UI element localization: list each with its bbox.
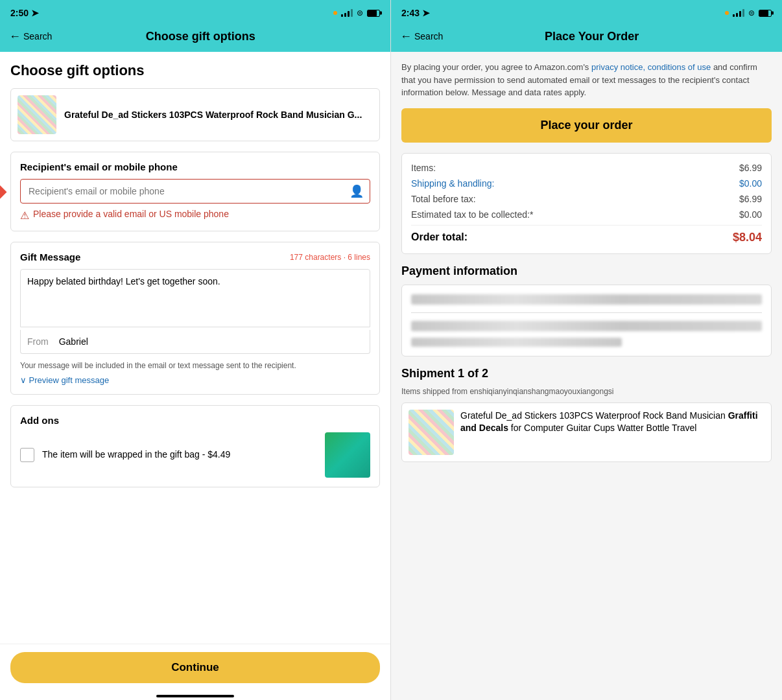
- recipient-label: Recipient's email or mobile phone: [20, 161, 370, 172]
- arrow-container: ➔ 👤: [20, 179, 370, 204]
- phone-right: 2:43 ➤ ⊜ ← Search Place Your Order: [391, 0, 782, 700]
- message-note: Your message will be included in the ema…: [20, 360, 370, 371]
- order-total-value: $8.04: [733, 231, 762, 244]
- battery-icon-right: [759, 10, 772, 17]
- shipping-value: $0.00: [739, 178, 762, 189]
- addon-checkbox[interactable]: [20, 448, 34, 462]
- page-heading: Choose gift options: [10, 62, 380, 79]
- left-scroll-content[interactable]: Choose gift options Grateful De_ad Stick…: [0, 52, 390, 644]
- input-wrapper: 👤: [20, 179, 370, 204]
- order-total-row: Order total: $8.04: [411, 231, 762, 244]
- battery-icon: [367, 10, 380, 17]
- status-bar-right: 2:43 ➤ ⊜: [391, 0, 782, 23]
- shipping-label: Shipping & handling:: [411, 178, 494, 189]
- tax-before-label: Total before tax:: [411, 194, 476, 204]
- nav-bar-left: ← Search Choose gift options: [0, 23, 390, 52]
- payment-heading: Payment information: [401, 264, 772, 278]
- tax-before-value: $6.99: [739, 194, 762, 204]
- status-icons-left: ⊜: [333, 8, 380, 18]
- shipment-section: Shipment 1 of 2 Items shipped from enshi…: [401, 367, 772, 462]
- signal-bars: [341, 9, 353, 17]
- gift-message-section: Gift Message 177 characters · 6 lines Fr…: [10, 242, 380, 395]
- person-search-icon: 👤: [350, 184, 364, 198]
- order-summary-card: Items: $6.99 Shipping & handling: $0.00 …: [401, 153, 772, 254]
- time-left: 2:50 ➤: [10, 8, 39, 18]
- status-icons-right: ⊜: [725, 8, 772, 18]
- nav-bar-right: ← Search Place Your Order: [391, 23, 782, 52]
- nav-title-left: Choose gift options: [19, 30, 381, 43]
- est-tax-label: Estimated tax to be collected:*: [411, 209, 533, 220]
- payment-blur-1: [411, 294, 762, 305]
- privacy-notice-link[interactable]: privacy notice,: [591, 62, 645, 72]
- tax-before-row: Total before tax: $6.99: [411, 194, 762, 204]
- continue-button[interactable]: Continue: [10, 652, 380, 683]
- addons-heading: Add ons: [20, 415, 370, 426]
- nav-title-right: Place Your Order: [410, 30, 773, 43]
- gift-message-label: Gift Message: [20, 251, 80, 262]
- signal-bars-right: [733, 9, 744, 17]
- error-icon: ⚠: [20, 209, 29, 222]
- error-message: ⚠ Please provide a valid email or US mob…: [20, 209, 370, 222]
- shipment-product-title: Grateful De_ad Stickers 103PCS Waterproo…: [460, 410, 764, 435]
- gift-section-header: Gift Message 177 characters · 6 lines: [20, 251, 370, 262]
- back-arrow-icon-right: ←: [400, 30, 412, 43]
- product-image: [18, 95, 56, 134]
- addon-text: The item will be wrapped in the gift bag…: [42, 449, 317, 461]
- shipment-product-image: [409, 410, 454, 455]
- est-tax-row: Estimated tax to be collected:* $0.00: [411, 209, 762, 220]
- summary-divider: [411, 225, 762, 226]
- order-total-label: Order total:: [411, 231, 468, 243]
- addon-item: The item will be wrapped in the gift bag…: [20, 432, 370, 478]
- payment-blur-2: [411, 321, 762, 331]
- shipping-row: Shipping & handling: $0.00: [411, 178, 762, 189]
- back-arrow-icon: ←: [9, 30, 21, 43]
- addons-section: Add ons The item will be wrapped in the …: [10, 405, 380, 487]
- payment-divider: [411, 312, 762, 313]
- signal-dot-right: [725, 11, 729, 15]
- error-text: Please provide a valid email or US mobil…: [33, 209, 229, 219]
- home-indicator-bar-left: [156, 695, 234, 697]
- product-title: Grateful De_ad Stickers 103PCS Waterproo…: [64, 109, 362, 121]
- from-value: Gabriel: [59, 336, 88, 347]
- addon-image: [325, 432, 370, 478]
- items-value: $6.99: [739, 163, 762, 173]
- recipient-section: Recipient's email or mobile phone ➔ 👤 ⚠ …: [10, 152, 380, 231]
- preview-gift-message-link[interactable]: ∨ Preview gift message: [20, 375, 370, 385]
- char-count: 177 characters · 6 lines: [290, 253, 370, 262]
- place-order-button[interactable]: Place your order: [401, 108, 772, 143]
- right-scroll-content[interactable]: By placing your order, you agree to Amaz…: [391, 52, 782, 700]
- phone-left: 2:50 ➤ ⊜ ← Search Choose gift options: [0, 0, 391, 700]
- status-bar-left: 2:50 ➤ ⊜: [0, 0, 390, 23]
- shipment-heading: Shipment 1 of 2: [401, 367, 772, 380]
- from-row: From Gabriel: [20, 330, 370, 354]
- continue-btn-wrapper: Continue: [0, 644, 390, 691]
- from-label: From: [27, 336, 49, 347]
- est-tax-value: $0.00: [739, 209, 762, 220]
- items-row: Items: $6.99: [411, 163, 762, 173]
- payment-card: [401, 285, 772, 356]
- gift-message-textarea[interactable]: [20, 269, 370, 327]
- home-indicator-left: [0, 691, 390, 700]
- time-right: 2:43 ➤: [401, 8, 430, 18]
- wifi-icon: ⊜: [357, 8, 363, 18]
- payment-blur-3: [411, 338, 622, 347]
- seller-text: Items shipped from enshiqianyinqianshang…: [401, 387, 772, 396]
- product-card: Grateful De_ad Stickers 103PCS Waterproo…: [10, 88, 380, 141]
- red-arrow-icon: ➔: [0, 175, 8, 207]
- shipment-product-card: Grateful De_ad Stickers 103PCS Waterproo…: [401, 402, 772, 462]
- wifi-icon-right: ⊜: [748, 8, 755, 18]
- legal-text: By placing your order, you agree to Amaz…: [401, 61, 772, 99]
- items-label: Items:: [411, 163, 436, 173]
- conditions-link[interactable]: conditions of use: [648, 62, 711, 72]
- signal-dot: [333, 11, 337, 15]
- recipient-input[interactable]: [20, 179, 370, 204]
